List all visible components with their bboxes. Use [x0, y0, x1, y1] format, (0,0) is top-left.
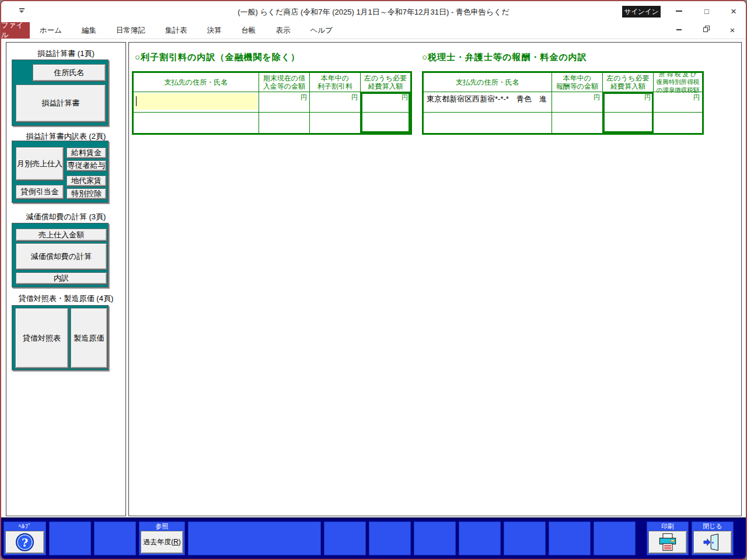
cell-deductible-row1[interactable]: 円 [603, 92, 654, 113]
yen-unit-label: 円 [301, 93, 307, 102]
button-special-deduction[interactable]: 特別控除 [67, 188, 106, 199]
table-title-interest-fees: ○利子割引料の内訳（金融機関を除く） [135, 52, 300, 63]
cell-interest-row1[interactable]: 円 [310, 92, 361, 113]
toolbar-slot-reference: 参照 過去年度(R) [139, 522, 185, 555]
child-minimize-button[interactable] [665, 22, 692, 37]
app-window: (一般) らくだ商店 (令和7年 (2025) 1月1日～令和7年12月31日)… [0, 0, 747, 560]
button-family-employee-salary[interactable]: 専従者給与 [67, 160, 106, 171]
col-header-payee: 支払先の住所・氏名 [424, 73, 552, 92]
button-land-rent[interactable]: 地代家賃 [67, 176, 106, 186]
panel-detail-page2: 月別売上仕入 貸倒引当金 給料賃金 専従者給与 地代家賃 特別控除 [12, 141, 109, 203]
button-monthly-sales-purchases[interactable]: 月別売上仕入 [16, 147, 64, 180]
cell-payee-row2[interactable] [134, 113, 259, 133]
toolbar-slot-empty [324, 522, 366, 555]
main-area: ○利子割引料の内訳（金融機関を除く） 支払先の住所・氏名 期末現在の借 入金等の… [128, 42, 742, 516]
yen-unit-label: 円 [594, 93, 600, 102]
print-button[interactable] [648, 531, 687, 554]
close-icon: × [731, 6, 736, 16]
cell-payee-row2[interactable] [424, 113, 552, 133]
button-manufacturing-cost[interactable]: 製造原価 [71, 308, 107, 368]
button-salaries-wages[interactable]: 給料賃金 [67, 148, 106, 158]
yen-unit-label: 円 [693, 93, 700, 102]
button-balance-sheet[interactable]: 貸借対照表 [15, 308, 68, 368]
child-close-button[interactable]: × [719, 22, 746, 37]
col-header-fees-this-year: 本年中の 報酬等の金額 [552, 73, 603, 92]
child-window-controls: × [665, 22, 746, 39]
sidebar-heading-balance-page4: 貸借対照表・製造原価 (4頁) [6, 293, 125, 304]
button-sales-purchase-amount[interactable]: 売上仕入金額 [16, 229, 107, 241]
toolbar-slot-close: 閉じる [692, 522, 734, 555]
active-edit-field[interactable] [135, 93, 257, 110]
close-window-button[interactable] [693, 531, 732, 554]
toolbar-slot-empty [459, 522, 501, 555]
menu-item-view[interactable]: 表示 [266, 26, 301, 36]
menu-item-summary[interactable]: 集計表 [155, 26, 197, 36]
function-toolbar: ﾍﾙﾌﾟ ? 参照 過去年度(R) 印刷 [1, 517, 746, 559]
yen-unit-label: 円 [644, 93, 651, 102]
toolbar-slot-print: 印刷 [647, 522, 689, 555]
cell-fees-row1[interactable]: 円 [552, 92, 603, 113]
button-breakdown[interactable]: 内訳 [16, 272, 107, 284]
maximize-icon: □ [704, 8, 709, 15]
table-interest-fees: 支払先の住所・氏名 期末現在の借 入金等の金額 本年中の 利子割引料 左のうち必… [132, 71, 412, 135]
sidebar: 損益計算書 (1頁) 住所氏名 損益計算書 損益計算書内訳表 (2頁) 月別売上… [6, 42, 126, 516]
button-bad-debt-allowance[interactable]: 貸倒引当金 [16, 185, 64, 199]
panel-depreciation-page3: 売上仕入金額 減価償却費の計算 内訳 [12, 223, 109, 288]
button-profit-loss-statement[interactable]: 損益計算書 [16, 85, 106, 122]
col-header-deductible-expense: 左のうち必要 経費算入額 [603, 73, 654, 92]
toolbar-print-label: 印刷 [647, 522, 688, 531]
yen-unit-label: 円 [351, 93, 358, 102]
col-header-yearend-loan-balance: 期末現在の借 入金等の金額 [259, 73, 310, 92]
toolbar-slot-empty [188, 522, 321, 555]
minimize-icon [676, 10, 682, 12]
menu-file-tab[interactable]: ファイル [1, 22, 30, 38]
child-restore-button[interactable] [692, 22, 719, 37]
sidebar-heading-pl-page1: 損益計算書 (1頁) [6, 48, 125, 59]
cell-loan-balance-row1[interactable]: 円 [259, 92, 310, 113]
toolbar-help-label: ﾍﾙﾌﾟ [4, 522, 46, 531]
col-header-interest-this-year: 本年中の 利子割引料 [310, 73, 361, 92]
cell-fees-row2[interactable] [552, 113, 603, 133]
button-address-name[interactable]: 住所氏名 [33, 64, 106, 81]
minimize-button[interactable] [665, 1, 692, 21]
menu-item-edit[interactable]: 編集 [72, 26, 106, 36]
help-button[interactable]: ? [5, 531, 44, 554]
cell-deductible-row1[interactable]: 円 [361, 92, 410, 113]
past-years-button[interactable]: 過去年度(R) [141, 531, 183, 554]
cell-payee-row1[interactable]: 東京都新宿区西新宿*-*-* 青色 進 [424, 92, 552, 113]
col-header-payee: 支払先の住所・氏名 [134, 73, 259, 92]
table-professional-fees: 支払先の住所・氏名 本年中の 報酬等の金額 左のうち必要 経費算入額 所 得 税… [422, 71, 704, 135]
maximize-button[interactable]: □ [693, 1, 720, 21]
menu-item-home[interactable]: ホーム [30, 26, 72, 36]
cell-deductible-row2[interactable] [361, 113, 410, 133]
restore-icon [703, 27, 708, 32]
cell-payee-row1[interactable] [134, 92, 259, 113]
menu-item-settlement[interactable]: 決算 [197, 26, 232, 36]
toolbar-reference-label: 参照 [139, 522, 184, 531]
menu-bar: ファイル ホーム 編集 日常簿記 集計表 決算 台帳 表示 ヘルプ × [1, 22, 746, 39]
menu-item-ledger[interactable]: 台帳 [232, 26, 266, 36]
close-icon: × [730, 26, 735, 34]
toolbar-slot-empty [594, 522, 636, 555]
cell-deductible-row2[interactable] [603, 113, 654, 133]
text-caret [136, 96, 137, 106]
toolbar-slot-empty [94, 522, 136, 555]
yen-unit-label: 円 [402, 93, 408, 102]
close-button[interactable]: × [720, 1, 747, 21]
minimize-icon [676, 29, 682, 30]
cell-interest-row2[interactable] [310, 113, 361, 133]
signin-button[interactable]: サインイン [622, 6, 661, 18]
printer-icon [658, 533, 678, 552]
toolbar-slot-help: ﾍﾙﾌﾟ ? [4, 522, 46, 555]
cell-withholding-row1[interactable]: 円 [654, 92, 702, 113]
menu-item-help[interactable]: ヘルプ [301, 26, 343, 36]
col-header-deductible-expense: 左のうち必要 経費算入額 [361, 73, 410, 92]
menu-items: ホーム 編集 日常簿記 集計表 決算 台帳 表示 ヘルプ [30, 22, 343, 38]
toolbar-close-label: 閉じる [692, 522, 733, 531]
menu-item-daily-bookkeeping[interactable]: 日常簿記 [106, 26, 155, 36]
exit-door-icon [703, 533, 722, 552]
cell-loan-balance-row2[interactable] [259, 113, 310, 133]
cell-withholding-row2[interactable] [654, 113, 702, 133]
button-depreciation-calc[interactable]: 減価償却費の計算 [16, 243, 107, 270]
help-question-icon: ? [16, 533, 34, 551]
